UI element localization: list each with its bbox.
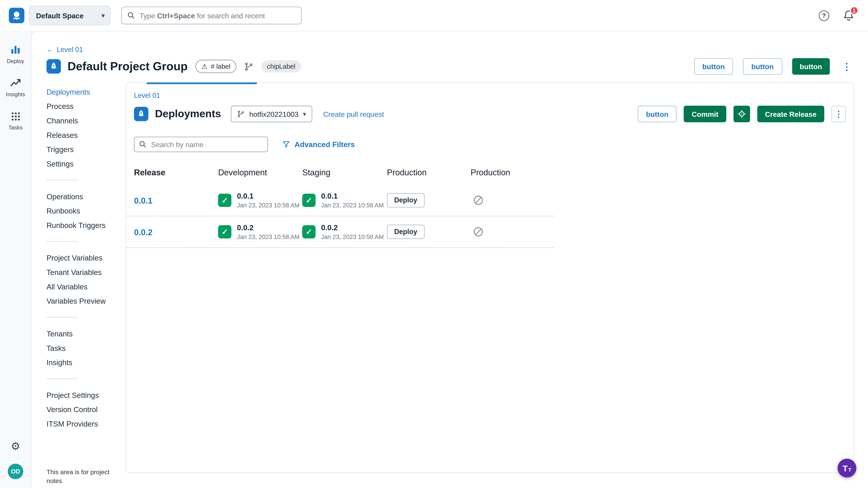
label-chip[interactable]: chipLabel <box>261 60 301 72</box>
global-search-input[interactable]: Type Ctrl+Space for search and recent <box>121 6 302 24</box>
nav-item-project-variables[interactable]: Project Variables <box>46 251 120 265</box>
nav-item-releases[interactable]: Releases <box>46 128 120 142</box>
table-header-row: Release Development Staging Production P… <box>126 168 554 185</box>
chevron-down-icon: ▾ <box>101 12 105 19</box>
production-2-cell <box>471 195 554 206</box>
avatar[interactable]: OD <box>8 464 23 479</box>
column-header-staging: Staging <box>302 168 387 177</box>
version-control-branch-icon[interactable] <box>244 62 254 71</box>
app-root: Default Space ▾ Type Ctrl+Space for sear… <box>0 0 868 488</box>
deploy-button[interactable]: Deploy <box>387 193 425 207</box>
header-actions: button button button ⋮ <box>694 58 854 74</box>
back-arrow-icon: ← <box>46 46 54 54</box>
octopus-logo[interactable] <box>9 8 24 23</box>
space-selector-label: Default Space <box>36 11 84 20</box>
development-cell: ✓ 0.0.1 Jan 23, 2023 10:58 AM <box>218 192 302 208</box>
project-header: Default Project Group ⚠ # label chipLabe… <box>46 58 854 74</box>
nav-item-tasks[interactable]: Tasks <box>46 341 120 355</box>
nav-item-settings[interactable]: Settings <box>46 157 120 171</box>
text-size-fab[interactable]: T T <box>837 459 856 477</box>
nav-item-process[interactable]: Process <box>46 99 120 113</box>
gear-icon[interactable]: ⚙ <box>11 441 20 452</box>
project-rocket-icon <box>46 59 61 74</box>
nav-item-all-variables[interactable]: All Variables <box>46 280 120 294</box>
space-selector[interactable]: Default Space ▾ <box>29 5 111 25</box>
target-icon <box>737 109 746 119</box>
rail-item-deploy[interactable]: Deploy <box>7 44 24 64</box>
nav-item-insights[interactable]: Insights <box>46 355 120 369</box>
deploy-button[interactable]: Deploy <box>387 225 425 239</box>
commit-button[interactable]: Commit <box>684 106 726 122</box>
production-cell: Deploy <box>387 225 471 239</box>
deployed-date: Jan 23, 2023 10:58 AM <box>237 202 300 208</box>
back-link-label: Level 01 <box>57 46 83 54</box>
main-surface: ← Level 01 Default Project Group ⚠ # lab… <box>31 31 868 488</box>
nav-item-deployments[interactable]: Deployments <box>46 85 120 99</box>
global-search-placeholder: Type Ctrl+Space for search and recent <box>140 11 265 20</box>
create-release-button[interactable]: Create Release <box>757 106 825 122</box>
branch-name: hotfix20221003 <box>249 110 299 118</box>
panel-overflow-menu[interactable]: ⋮ <box>831 106 846 122</box>
nav-divider <box>46 317 78 318</box>
header-button-2[interactable]: button <box>743 58 782 74</box>
nav-item-itsm-providers[interactable]: ITSM Providers <box>46 417 120 431</box>
project-notes: This area is for project notes <box>46 467 114 485</box>
branch-selector[interactable]: hotfix20221003 ▾ <box>231 106 312 122</box>
nav-item-operations[interactable]: Operations <box>46 189 120 204</box>
nav-item-runbook-triggers[interactable]: Runbook Triggers <box>46 218 120 232</box>
back-link[interactable]: ← Level 01 <box>46 46 83 54</box>
release-link[interactable]: 0.0.1 <box>134 196 218 205</box>
panel-outlined-button[interactable]: button <box>638 106 677 122</box>
column-header-production-2: Production <box>471 168 554 177</box>
header-button-3[interactable]: button <box>792 58 830 74</box>
filter-row: Advanced Filters <box>134 137 846 152</box>
nav-item-project-settings[interactable]: Project Settings <box>46 388 120 402</box>
search-icon <box>139 140 147 148</box>
target-icon-button[interactable] <box>733 106 750 122</box>
nav-item-tenants[interactable]: Tenants <box>46 326 120 341</box>
search-by-name-input[interactable] <box>134 137 268 152</box>
nav-item-variables-preview[interactable]: Variables Preview <box>46 294 120 308</box>
header-button-1[interactable]: button <box>694 58 733 74</box>
release-link[interactable]: 0.0.2 <box>134 227 218 236</box>
octopus-icon <box>11 10 22 21</box>
chevron-down-icon: ▾ <box>303 110 306 118</box>
search-icon <box>127 11 135 19</box>
deployments-rocket-icon <box>134 107 149 121</box>
development-cell: ✓ 0.0.2 Jan 23, 2023 10:58 AM <box>218 223 302 240</box>
warning-chip[interactable]: ⚠ # label <box>195 60 237 73</box>
top-bar-actions: ? 1 <box>819 10 859 21</box>
nav-item-channels[interactable]: Channels <box>46 113 120 128</box>
nav-item-triggers[interactable]: Triggers <box>46 142 120 157</box>
deployed-date: Jan 23, 2023 10:58 AM <box>321 202 383 208</box>
nav-item-tenant-variables[interactable]: Tenant Variables <box>46 265 120 280</box>
nav-item-runbooks[interactable]: Runbooks <box>46 203 120 218</box>
nav-item-version-control[interactable]: Version Control <box>46 402 120 417</box>
not-available-icon <box>473 195 554 206</box>
table-row: 0.0.1 ✓ 0.0.1 Jan 23, 2023 10:58 AM ✓ 0. <box>126 185 554 217</box>
create-pull-request-link[interactable]: Create pull request <box>323 110 384 118</box>
staging-cell: ✓ 0.0.1 Jan 23, 2023 10:58 AM <box>302 192 387 208</box>
name-search <box>134 137 268 152</box>
releases-table: Release Development Staging Production P… <box>126 168 554 248</box>
overflow-menu-icon: ⋮ <box>835 109 843 119</box>
success-check-icon: ✓ <box>218 225 231 238</box>
help-icon[interactable]: ? <box>819 10 829 21</box>
nav-divider <box>46 180 78 180</box>
panel-title: Deployments <box>155 108 221 120</box>
advanced-filters-link[interactable]: Advanced Filters <box>282 140 355 149</box>
insights-icon <box>10 77 21 89</box>
placeholder-hotkey: Ctrl+Space <box>157 11 195 20</box>
column-header-development: Development <box>218 168 302 177</box>
notifications-bell-icon[interactable]: 1 <box>844 10 854 21</box>
success-check-icon: ✓ <box>218 194 231 207</box>
production-2-cell <box>471 226 554 237</box>
help-glyph: ? <box>822 12 826 19</box>
panel-breadcrumb[interactable]: Level 01 <box>134 92 160 100</box>
success-check-icon: ✓ <box>302 194 315 207</box>
rail-item-insights[interactable]: Insights <box>6 77 25 97</box>
placeholder-suffix: for search and recent <box>195 11 265 20</box>
rail-item-tasks[interactable]: Tasks <box>8 111 23 131</box>
deployments-panel: Level 01 Deployments <box>126 83 854 473</box>
overflow-menu-icon[interactable]: ⋮ <box>840 61 854 72</box>
